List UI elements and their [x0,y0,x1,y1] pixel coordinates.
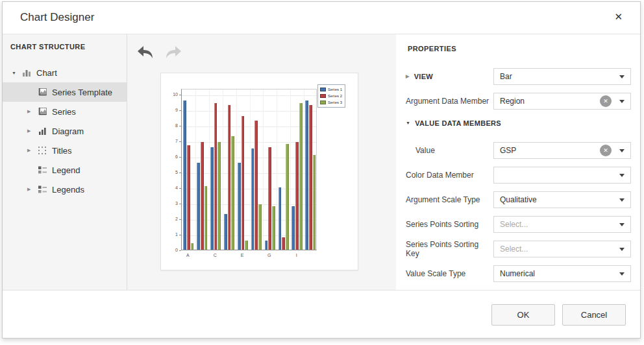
bar-series-1-b [197,163,200,250]
property-label-text: Color Data Member [406,171,474,180]
chevron-down-icon [619,248,625,251]
property-row-value-scale-type: Value Scale TypeNumerical [406,265,631,282]
property-label: Argument Data Member [406,97,493,106]
bar-series-2-i [295,142,299,250]
value-dropdown[interactable]: GSP✕ [493,142,631,159]
expand-arrow-icon[interactable]: ▶ [27,109,38,114]
tree-item-series[interactable]: ▶Series [3,102,127,121]
dialog-content: CHART STRUCTURE ▼ChartSeries Template▶Se… [3,34,640,291]
clear-icon[interactable]: ✕ [600,95,612,107]
property-label: Color Data Member [406,171,493,180]
legend-item-series-2: Series 2 [320,93,342,99]
bar-series-2-d [228,105,231,250]
chart-structure-header: CHART STRUCTURE [3,34,127,63]
tree-item-label: Chart [36,68,57,78]
bar-series-1-e [238,163,241,250]
expand-arrow-icon[interactable]: ▶ [27,148,38,153]
property-row-argument-scale-type: Argument Scale TypeQualitative [406,191,631,208]
bar-series-1-j [305,101,308,250]
gridline-vertical [277,89,277,250]
color-data-member-dropdown[interactable] [493,167,631,184]
properties-panel: PROPERTIES ▶VIEWBarArgument Data MemberR… [396,34,640,290]
gridline-vertical [290,89,291,250]
clear-icon[interactable]: ✕ [600,145,612,156]
dropdown-value: Qualitative [500,195,537,204]
argument-data-member-dropdown[interactable]: Region✕ [493,93,631,110]
undo-icon[interactable] [136,45,155,60]
chart-structure-panel: CHART STRUCTURE ▼ChartSeries Template▶Se… [3,34,127,290]
series-points-sorting-key-dropdown[interactable]: Select... [493,241,631,257]
tree-item-label: Legends [52,185,84,195]
legend-label: Series 1 [328,88,342,91]
chart-icon [22,68,32,77]
expand-arrow-icon[interactable]: ▶ [27,128,38,134]
chevron-right-icon[interactable]: ▶ [406,74,410,79]
property-row-color-data-member: Color Data Member [406,167,631,184]
x-axis-tick-label: C [214,253,217,257]
y-axis-tick-mark [179,157,181,158]
gridline-vertical [236,89,237,250]
legend-label: Series 3 [328,101,342,104]
y-axis-tick-label: 2 [161,217,178,221]
tree-item-series-template[interactable]: Series Template [3,82,127,102]
view-dropdown[interactable]: Bar [493,68,631,85]
y-axis-tick-label: 0 [161,248,178,252]
bar-series-3-j [313,155,316,250]
gridline [182,111,316,112]
ok-button[interactable]: OK [491,304,555,326]
chart-designer-dialog: Chart Designer ✕ CHART STRUCTURE ▼ChartS… [2,1,641,339]
close-icon[interactable]: ✕ [614,10,623,23]
bar-series-3-b [204,186,208,250]
preview-toolbar [136,45,182,60]
legend-swatch [320,94,326,98]
tree-item-label: Diagram [52,126,84,136]
series-points-sorting-dropdown[interactable]: Select... [493,216,631,233]
bar-series-1-h [279,187,282,250]
property-label: Series Points Sorting [406,220,493,229]
y-axis-tick-label: 8 [161,123,178,128]
y-axis-tick-mark [179,141,181,142]
chart-preview[interactable]: 012345678910ACEGI Series 1Series 2Series… [160,73,358,270]
redo-icon[interactable] [164,45,182,60]
bar-series-2-b [201,142,204,250]
expand-arrow-icon[interactable]: ▼ [12,71,22,75]
chart-legend: Series 1Series 2Series 3 [317,84,345,108]
titles-icon [38,146,47,155]
bar-series-2-h [282,237,285,250]
property-label-text: Argument Data Member [406,97,489,106]
dropdown-value: Select... [500,244,528,254]
bar-series-1-g [265,241,268,250]
expand-arrow-icon[interactable]: ▶ [27,187,38,192]
tree-item-chart[interactable]: ▼Chart [3,63,127,82]
bar-series-3-c [217,142,221,250]
cancel-button[interactable]: Cancel [562,304,626,326]
property-label-text: Series Points Sorting Key [406,240,493,258]
argument-scale-type-dropdown[interactable]: Qualitative [493,191,631,208]
y-axis-tick-label: 4 [161,185,178,190]
value-scale-type-dropdown[interactable]: Numerical [493,265,631,282]
legend-swatch [320,101,326,104]
bar-series-2-j [309,105,312,250]
tree-item-label: Legend [52,165,80,175]
y-axis-tick-label: 9 [161,108,178,112]
property-row-value-data-members: ▼VALUE DATA MEMBERS [406,119,631,127]
property-label: Value Scale Type [406,269,493,278]
chevron-down-icon [619,100,625,103]
y-axis-tick-label: 6 [161,154,178,159]
bar-series-2-e [242,116,245,250]
bar-series-3-a [191,243,194,250]
legend-item-series-1: Series 1 [320,86,342,93]
dropdown-value: Region [500,97,525,106]
bar-series-3-d [231,136,234,250]
gridline [182,95,316,96]
tree-item-diagram[interactable]: ▶Diagram [3,121,127,141]
bar-series-1-d [224,214,227,250]
chevron-down-icon[interactable]: ▼ [406,121,410,125]
property-label[interactable]: ▶VIEW [406,73,493,80]
tree-item-legends[interactable]: ▶Legends [3,180,127,199]
property-label[interactable]: ▼VALUE DATA MEMBERS [406,119,631,127]
tree-item-legend[interactable]: Legend [3,160,127,180]
tree-item-titles[interactable]: ▶Titles [3,141,127,160]
y-axis-tick-label: 7 [161,139,178,143]
x-axis-tick-label: E [241,253,244,257]
